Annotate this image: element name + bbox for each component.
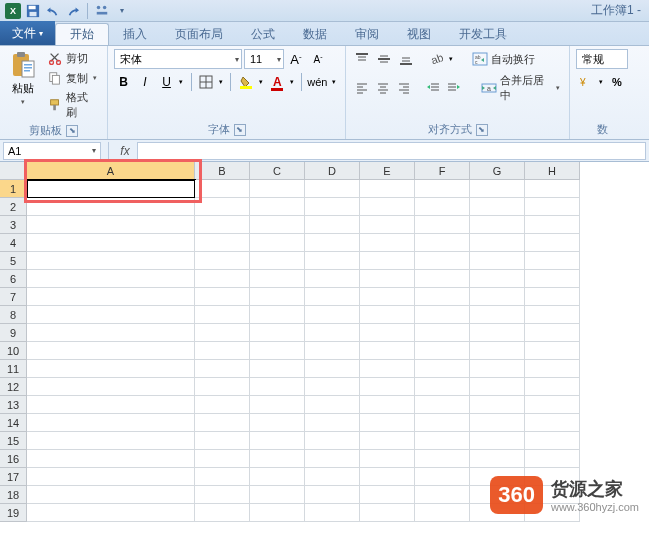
cell[interactable] xyxy=(470,216,525,234)
tab-home[interactable]: 开始 xyxy=(55,23,109,45)
row-header[interactable]: 3 xyxy=(0,216,27,234)
cell[interactable] xyxy=(360,216,415,234)
cell[interactable] xyxy=(195,396,250,414)
cell[interactable] xyxy=(415,504,470,522)
cell[interactable] xyxy=(360,270,415,288)
cell[interactable] xyxy=(525,324,580,342)
cell[interactable] xyxy=(470,252,525,270)
cell[interactable] xyxy=(360,342,415,360)
tab-developer[interactable]: 开发工具 xyxy=(445,23,521,45)
cell[interactable] xyxy=(27,234,195,252)
tab-page-layout[interactable]: 页面布局 xyxy=(161,23,237,45)
align-right-button[interactable] xyxy=(394,78,413,98)
cell[interactable] xyxy=(525,450,580,468)
font-size-combo[interactable]: 11▾ xyxy=(244,49,284,69)
cell[interactable] xyxy=(250,396,305,414)
cell[interactable] xyxy=(415,450,470,468)
cell[interactable] xyxy=(195,306,250,324)
cell[interactable] xyxy=(250,504,305,522)
cell[interactable] xyxy=(470,198,525,216)
row-header[interactable]: 19 xyxy=(0,504,27,522)
cell[interactable] xyxy=(27,504,195,522)
formula-input[interactable] xyxy=(137,142,646,160)
cell[interactable] xyxy=(195,342,250,360)
cell[interactable] xyxy=(250,288,305,306)
row-header[interactable]: 9 xyxy=(0,324,27,342)
cell[interactable] xyxy=(250,234,305,252)
cell[interactable] xyxy=(525,270,580,288)
cell[interactable] xyxy=(195,180,250,198)
cell[interactable] xyxy=(305,252,360,270)
cell[interactable] xyxy=(27,432,195,450)
cell[interactable] xyxy=(360,378,415,396)
cell[interactable] xyxy=(195,504,250,522)
font-color-dropdown[interactable]: ▾ xyxy=(287,72,296,92)
clipboard-launcher[interactable]: ⬊ xyxy=(66,125,78,137)
cell[interactable] xyxy=(250,486,305,504)
row-header[interactable]: 13 xyxy=(0,396,27,414)
column-header[interactable]: F xyxy=(415,162,470,180)
column-header[interactable]: A xyxy=(27,162,195,180)
qat-dropdown-icon[interactable]: ▾ xyxy=(113,2,131,20)
font-name-combo[interactable]: 宋体▾ xyxy=(114,49,242,69)
cell[interactable] xyxy=(305,180,360,198)
cell[interactable] xyxy=(250,198,305,216)
align-middle-button[interactable] xyxy=(374,49,394,69)
cell[interactable] xyxy=(415,432,470,450)
cell[interactable] xyxy=(305,468,360,486)
align-center-button[interactable] xyxy=(373,78,392,98)
cell[interactable] xyxy=(195,270,250,288)
cell[interactable] xyxy=(525,252,580,270)
cell[interactable] xyxy=(360,324,415,342)
cell[interactable] xyxy=(305,342,360,360)
column-header[interactable]: G xyxy=(470,162,525,180)
alignment-launcher[interactable]: ⬊ xyxy=(476,124,488,136)
cell[interactable] xyxy=(525,396,580,414)
cell[interactable] xyxy=(415,342,470,360)
align-top-button[interactable] xyxy=(352,49,372,69)
shrink-font-button[interactable]: Aˇ xyxy=(308,49,328,69)
cell[interactable] xyxy=(27,342,195,360)
name-box[interactable]: A1▾ xyxy=(3,142,101,160)
cell[interactable] xyxy=(305,306,360,324)
cell[interactable] xyxy=(360,468,415,486)
cell[interactable] xyxy=(360,432,415,450)
cell[interactable] xyxy=(360,234,415,252)
cell[interactable] xyxy=(250,378,305,396)
cell[interactable] xyxy=(470,360,525,378)
row-header[interactable]: 8 xyxy=(0,306,27,324)
font-color-button[interactable]: A xyxy=(267,72,287,92)
row-header[interactable]: 16 xyxy=(0,450,27,468)
cell[interactable] xyxy=(305,504,360,522)
column-header[interactable]: B xyxy=(195,162,250,180)
cell[interactable] xyxy=(305,486,360,504)
row-header[interactable]: 18 xyxy=(0,486,27,504)
cell[interactable] xyxy=(415,360,470,378)
cell[interactable] xyxy=(360,198,415,216)
cell[interactable] xyxy=(360,288,415,306)
cell[interactable] xyxy=(250,324,305,342)
cell[interactable] xyxy=(470,432,525,450)
format-painter-button[interactable]: 格式刷 xyxy=(44,89,101,121)
cell[interactable] xyxy=(470,288,525,306)
cell[interactable] xyxy=(415,198,470,216)
cell[interactable] xyxy=(360,360,415,378)
orientation-dropdown[interactable]: ▾ xyxy=(446,49,455,69)
file-tab[interactable]: 文件▾ xyxy=(0,21,55,45)
tab-formulas[interactable]: 公式 xyxy=(237,23,289,45)
cell[interactable] xyxy=(195,198,250,216)
row-header[interactable]: 7 xyxy=(0,288,27,306)
cell[interactable] xyxy=(525,288,580,306)
underline-button[interactable]: U xyxy=(157,72,177,92)
fill-color-dropdown[interactable]: ▾ xyxy=(256,72,265,92)
cell[interactable] xyxy=(470,450,525,468)
cell[interactable] xyxy=(305,360,360,378)
cell[interactable] xyxy=(525,306,580,324)
cell[interactable] xyxy=(27,252,195,270)
cell[interactable] xyxy=(415,216,470,234)
cell[interactable] xyxy=(415,288,470,306)
row-header[interactable]: 1 xyxy=(0,180,27,198)
cell[interactable] xyxy=(27,270,195,288)
cell[interactable] xyxy=(415,486,470,504)
cell[interactable] xyxy=(470,234,525,252)
